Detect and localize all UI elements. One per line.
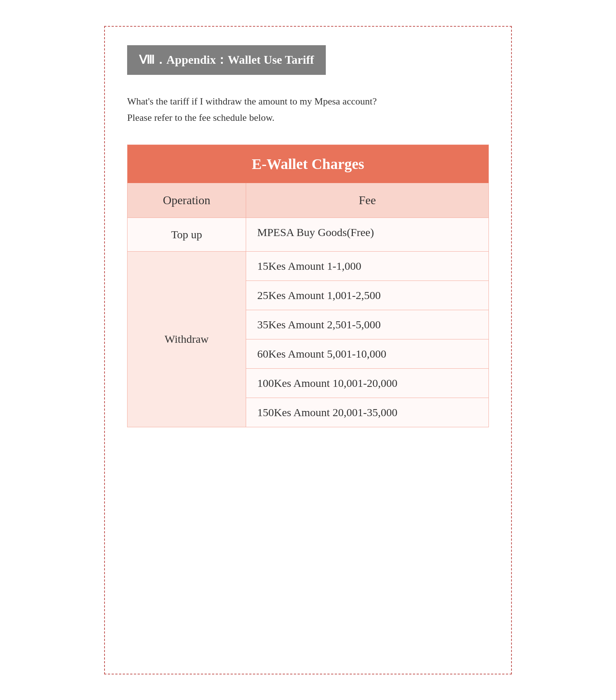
section-header-text: Ⅷ．Appendix：Wallet Use Tariff <box>139 53 314 66</box>
withdraw-fee-item-4: 60Kes Amount 5,001-10,000 <box>246 339 489 369</box>
topup-fee-cell: MPESA Buy Goods(Free) <box>246 218 489 251</box>
section-header: Ⅷ．Appendix：Wallet Use Tariff <box>127 45 326 75</box>
intro-block: What's the tariff if I withdraw the amou… <box>127 93 489 126</box>
withdraw-op-label: Withdraw <box>165 333 209 345</box>
intro-line1: What's the tariff if I withdraw the amou… <box>127 96 377 107</box>
intro-line2: Please refer to the fee schedule below. <box>127 112 275 123</box>
table-header-row: Operation Fee <box>127 183 489 218</box>
withdraw-section: Withdraw 15Kes Amount 1-1,000 25Kes Amou… <box>127 252 489 427</box>
page-container: Ⅷ．Appendix：Wallet Use Tariff What's the … <box>104 26 512 674</box>
withdraw-fee-item-3: 35Kes Amount 2,501-5,000 <box>246 310 489 339</box>
col-operation-header: Operation <box>127 183 246 218</box>
withdraw-fee-item-6: 150Kes Amount 20,001-35,000 <box>246 398 489 427</box>
withdraw-fee-item-5: 100Kes Amount 10,001-20,000 <box>246 369 489 398</box>
tariff-table: E-Wallet Charges Operation Fee Top up MP… <box>127 145 489 427</box>
table-title-row: E-Wallet Charges <box>127 145 489 183</box>
table-title: E-Wallet Charges <box>252 156 364 172</box>
topup-operation-cell: Top up <box>127 218 246 251</box>
withdraw-fees-wrapper: 15Kes Amount 1-1,000 25Kes Amount 1,001-… <box>246 252 489 427</box>
withdraw-fee-item-1: 15Kes Amount 1-1,000 <box>246 252 489 281</box>
withdraw-fee-item-2: 25Kes Amount 1,001-2,500 <box>246 281 489 310</box>
topup-row: Top up MPESA Buy Goods(Free) <box>127 218 489 252</box>
col-fee-header: Fee <box>246 183 489 218</box>
withdraw-operation-cell: Withdraw <box>127 252 246 427</box>
